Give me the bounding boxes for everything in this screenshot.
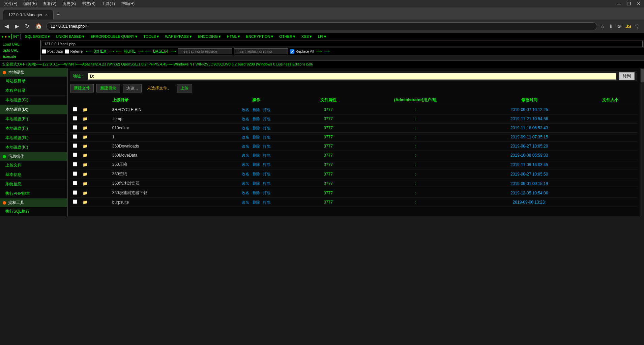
action-打包-6[interactable]: 打包	[263, 162, 270, 166]
menu-tools[interactable]: TOOLS▼	[142, 34, 161, 39]
nav-sql-exec[interactable]: 执行SQL执行	[0, 207, 67, 216]
action-删除-1[interactable]: 删除	[253, 117, 260, 121]
forward-button[interactable]: ▶	[13, 22, 21, 31]
row-checkbox[interactable]	[70, 160, 80, 169]
upload-button[interactable]: 上传	[177, 84, 192, 92]
menu-file[interactable]: 文件(F)	[1, 0, 20, 7]
action-删除-6[interactable]: 删除	[253, 162, 260, 166]
action-改名-0[interactable]: 改名	[242, 108, 249, 112]
action-改名-10[interactable]: 改名	[242, 200, 249, 204]
row-checkbox[interactable]	[70, 169, 80, 179]
vertical-scrollbar[interactable]	[640, 68, 644, 216]
action-打包-1[interactable]: 打包	[263, 117, 270, 121]
split-url-button[interactable]: Split URL	[1, 48, 39, 53]
reload-button[interactable]: ↻	[23, 22, 31, 31]
active-tab[interactable]: 127.0.0.1/Manager ×	[3, 10, 54, 20]
menu-history[interactable]: 历史(S)	[60, 0, 79, 7]
file-name-cell[interactable]: burpsuite	[110, 198, 211, 207]
menu-help[interactable]: 帮助(H)	[118, 0, 138, 7]
row-checkbox[interactable]	[70, 151, 80, 160]
action-打包-5[interactable]: 打包	[263, 153, 270, 157]
action-改名-3[interactable]: 改名	[242, 135, 249, 139]
row-checkbox[interactable]	[70, 133, 80, 142]
menu-xss[interactable]: XSS▼	[300, 34, 314, 39]
action-改名-6[interactable]: 改名	[242, 162, 249, 166]
bookmark-icon[interactable]: ☆	[599, 23, 606, 30]
row-checkbox[interactable]	[70, 124, 80, 133]
file-name-cell[interactable]: 010editor	[110, 124, 211, 133]
replace-all-option[interactable]: Replace All	[290, 49, 314, 54]
back-button[interactable]: ◀	[3, 22, 11, 31]
row-checkbox[interactable]	[70, 105, 80, 114]
menu-tools[interactable]: 工具(T)	[99, 0, 117, 7]
replace-all-checkbox[interactable]	[290, 49, 294, 54]
file-name-cell[interactable]: 360壁纸	[110, 169, 211, 179]
action-改名-5[interactable]: 改名	[242, 153, 249, 157]
file-name-cell[interactable]: 360急速浏览器	[110, 179, 211, 188]
action-删除-3[interactable]: 删除	[253, 135, 260, 139]
action-打包-10[interactable]: 打包	[263, 200, 270, 204]
home-button[interactable]: 🏠	[33, 22, 44, 31]
nav-disk-g[interactable]: 本地磁盘(G:)	[0, 133, 67, 143]
post-data-option[interactable]: Post data	[42, 49, 63, 54]
download-icon[interactable]: ⬇	[608, 23, 614, 30]
file-name-cell[interactable]: 360压缩	[110, 160, 211, 169]
nav-disk-d[interactable]: 本地磁盘(D:)	[0, 105, 67, 114]
settings-icon[interactable]: ⚙	[616, 23, 623, 30]
action-打包-9[interactable]: 打包	[263, 191, 270, 195]
menu-edit[interactable]: 编辑(E)	[21, 0, 39, 7]
action-改名-8[interactable]: 改名	[242, 181, 249, 185]
row-checkbox[interactable]	[70, 142, 80, 151]
action-删除-2[interactable]: 删除	[253, 126, 260, 130]
path-input[interactable]	[88, 73, 616, 80]
browse-button[interactable]: 浏览...	[123, 84, 142, 92]
nav-program-dir[interactable]: 本程序目录	[0, 86, 67, 96]
menu-sql-basics[interactable]: SQL BASICS▼	[24, 34, 52, 39]
action-改名-7[interactable]: 改名	[242, 172, 249, 176]
shield-icon[interactable]: 🛡	[634, 23, 641, 30]
menu-html[interactable]: HTML▼	[226, 34, 242, 39]
insert-replacing-input[interactable]	[234, 48, 288, 54]
action-删除-7[interactable]: 删除	[253, 172, 260, 176]
action-打包-8[interactable]: 打包	[263, 181, 270, 185]
menu-encoding[interactable]: ENCODING▼	[197, 34, 223, 39]
nav-disk-e[interactable]: 本地磁盘(E:)	[0, 114, 67, 124]
minimize-button[interactable]: —	[615, 0, 623, 7]
action-删除-5[interactable]: 删除	[253, 153, 260, 157]
menu-waf-bypass[interactable]: WAF BYPASS▼	[164, 34, 194, 39]
action-删除-0[interactable]: 删除	[253, 108, 260, 112]
action-改名-2[interactable]: 改名	[242, 126, 249, 130]
file-name-cell[interactable]: .temp	[110, 114, 211, 124]
action-删除-10[interactable]: 删除	[253, 200, 260, 204]
nav-php-exec[interactable]: 执行PHP脚本	[0, 189, 67, 198]
maximize-button[interactable]: ❐	[625, 0, 633, 7]
action-删除-8[interactable]: 删除	[253, 181, 260, 185]
menu-other[interactable]: OTHER▼	[278, 34, 297, 39]
action-打包-4[interactable]: 打包	[263, 144, 270, 148]
action-删除-9[interactable]: 删除	[253, 191, 260, 195]
menu-error-query[interactable]: ERROR/DOUBLE QUERY▼	[89, 34, 139, 39]
file-name-cell[interactable]: 360MoveData	[110, 151, 211, 160]
execute-button[interactable]: Execute	[1, 54, 39, 59]
menu-lfi[interactable]: LFI▼	[317, 34, 328, 39]
file-name-cell[interactable]: 1	[110, 133, 211, 142]
nav-sys-info[interactable]: 系统信息	[0, 180, 67, 189]
action-删除-4[interactable]: 删除	[253, 144, 260, 148]
action-改名-1[interactable]: 改名	[242, 117, 249, 121]
referrer-checkbox[interactable]	[65, 49, 69, 54]
action-打包-2[interactable]: 打包	[263, 126, 270, 130]
post-data-checkbox[interactable]	[42, 49, 46, 54]
address-bar[interactable]	[46, 22, 597, 30]
menu-bookmarks[interactable]: 书签(B)	[79, 0, 98, 7]
row-checkbox[interactable]	[70, 188, 80, 198]
referrer-option[interactable]: Referrer	[65, 49, 84, 54]
action-打包-0[interactable]: 打包	[263, 108, 270, 112]
menu-encryption[interactable]: ENCRYPTION▼	[245, 34, 275, 39]
row-checkbox[interactable]	[70, 198, 80, 207]
action-打包-7[interactable]: 打包	[263, 172, 270, 176]
insert-string-input[interactable]	[178, 48, 232, 54]
menu-union-based[interactable]: UNION BASED▼	[55, 34, 87, 39]
nav-web-root[interactable]: 网站根目录	[0, 77, 67, 86]
load-url-button[interactable]: Load URL	[1, 42, 39, 47]
js-icon[interactable]: JS	[624, 23, 633, 30]
